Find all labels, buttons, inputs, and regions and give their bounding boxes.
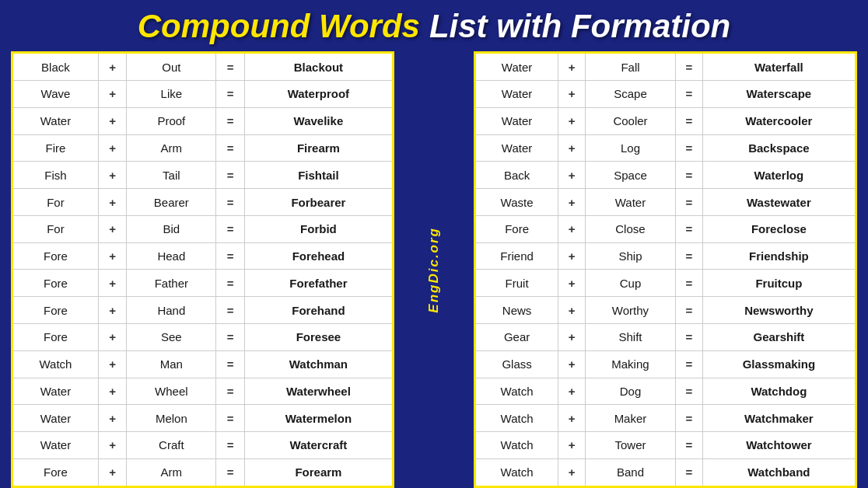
table-cell: + — [558, 189, 586, 216]
table-row: Watch+Man=Watchman — [12, 350, 394, 378]
table-row: Waste+Water=Wastewater — [475, 189, 856, 216]
table-cell: Fish — [12, 162, 99, 189]
table-cell: Watch — [12, 350, 99, 378]
table-row: Fore+Arm=Forearm — [12, 458, 394, 486]
table-row: Watch+Tower=Watchtower — [475, 432, 856, 459]
table-cell: Wheel — [127, 378, 216, 405]
table-cell: = — [675, 215, 702, 242]
table-row: Fore+Close=Foreclose — [475, 215, 856, 242]
table-cell: = — [675, 297, 702, 324]
table-cell: = — [675, 270, 702, 297]
table-cell: = — [675, 432, 702, 459]
table-cell: + — [558, 242, 586, 270]
table-cell: + — [558, 107, 586, 134]
watermark-container: EngDic.org — [407, 51, 461, 488]
table-cell: Watermelon — [244, 405, 393, 432]
table-cell: = — [216, 53, 245, 81]
table-cell: Black — [12, 53, 99, 81]
table-cell: Water — [475, 53, 558, 81]
table-row: Fore+See=Foresee — [12, 323, 394, 350]
table-cell: Watercooler — [702, 107, 856, 134]
table-cell: + — [98, 107, 127, 134]
table-cell: For — [12, 189, 99, 216]
table-cell: = — [675, 134, 702, 162]
table-cell: Blackout — [244, 53, 393, 81]
table-cell: Fruit — [475, 270, 558, 297]
table-cell: Fall — [586, 53, 676, 81]
table-cell: + — [98, 134, 127, 162]
table-cell: = — [216, 458, 245, 486]
table-cell: For — [12, 215, 99, 242]
table-cell: + — [98, 432, 127, 459]
table-cell: Melon — [127, 405, 216, 432]
title-bar: Compound Words List with Formation — [0, 0, 868, 51]
table-row: For+Bearer=Forbearer — [12, 189, 394, 216]
table-cell: Like — [127, 81, 216, 108]
table-cell: = — [216, 350, 245, 378]
table-cell: Foresee — [244, 323, 393, 350]
table-cell: Firearm — [244, 134, 393, 162]
table-cell: Friendship — [702, 242, 856, 270]
table-cell: Waterwheel — [244, 378, 393, 405]
table-cell: + — [98, 81, 127, 108]
table-cell: + — [558, 297, 586, 324]
table-cell: Watch — [475, 432, 558, 459]
table-row: Water+Cooler=Watercooler — [475, 107, 856, 134]
table-cell: Water — [12, 405, 99, 432]
table-cell: Scape — [586, 81, 676, 108]
table-cell: Man — [127, 350, 216, 378]
table-cell: Water — [12, 378, 99, 405]
table-cell: + — [98, 458, 127, 486]
table-cell: Waterproof — [244, 81, 393, 108]
table-cell: Proof — [127, 107, 216, 134]
table-cell: + — [98, 378, 127, 405]
table-cell: Forbearer — [244, 189, 393, 216]
table-cell: Water — [475, 134, 558, 162]
table-cell: Waterfall — [702, 53, 856, 81]
table-cell: = — [675, 53, 702, 81]
table-cell: Gearshift — [702, 323, 856, 350]
table-cell: + — [558, 81, 586, 108]
table-cell: Out — [127, 53, 216, 81]
table-row: Water+Scape=Waterscape — [475, 81, 856, 108]
table-cell: = — [675, 323, 702, 350]
table-cell: Friend — [475, 242, 558, 270]
table-cell: Forehead — [244, 242, 393, 270]
title-part1: Compound Words — [138, 8, 420, 45]
table-cell: Cup — [586, 270, 676, 297]
table-row: Watch+Maker=Watchmaker — [475, 405, 856, 432]
table-cell: Watch — [475, 458, 558, 486]
table-cell: Water — [12, 107, 99, 134]
table-cell: + — [98, 270, 127, 297]
table-row: Fruit+Cup=Fruitcup — [475, 270, 856, 297]
table-cell: + — [98, 323, 127, 350]
table-cell: Tail — [127, 162, 216, 189]
table-cell: = — [675, 405, 702, 432]
table-cell: + — [558, 53, 586, 81]
table-cell: Fore — [12, 323, 99, 350]
table-cell: + — [558, 378, 586, 405]
table-cell: + — [558, 215, 586, 242]
table-cell: = — [675, 242, 702, 270]
table-row: News+Worthy=Newsworthy — [475, 297, 856, 324]
table-cell: Watchmaker — [702, 405, 856, 432]
table-cell: Fore — [12, 270, 99, 297]
table-cell: Fishtail — [244, 162, 393, 189]
table-cell: Fore — [475, 215, 558, 242]
table-cell: = — [216, 107, 245, 134]
table-cell: Band — [586, 458, 676, 486]
table-cell: News — [475, 297, 558, 324]
table-cell: = — [675, 189, 702, 216]
table-cell: + — [558, 458, 586, 486]
table-cell: = — [675, 162, 702, 189]
table-cell: Cooler — [586, 107, 676, 134]
table-cell: Waterscape — [702, 81, 856, 108]
table-cell: = — [216, 405, 245, 432]
table-row: Fore+Hand=Forehand — [12, 297, 394, 324]
table-cell: Glassmaking — [702, 350, 856, 378]
left-table: Black+Out=BlackoutWave+Like=WaterproofWa… — [11, 51, 394, 488]
table-cell: Watch — [475, 405, 558, 432]
table-cell: Making — [586, 350, 676, 378]
table-cell: Backspace — [702, 134, 856, 162]
table-cell: = — [675, 378, 702, 405]
